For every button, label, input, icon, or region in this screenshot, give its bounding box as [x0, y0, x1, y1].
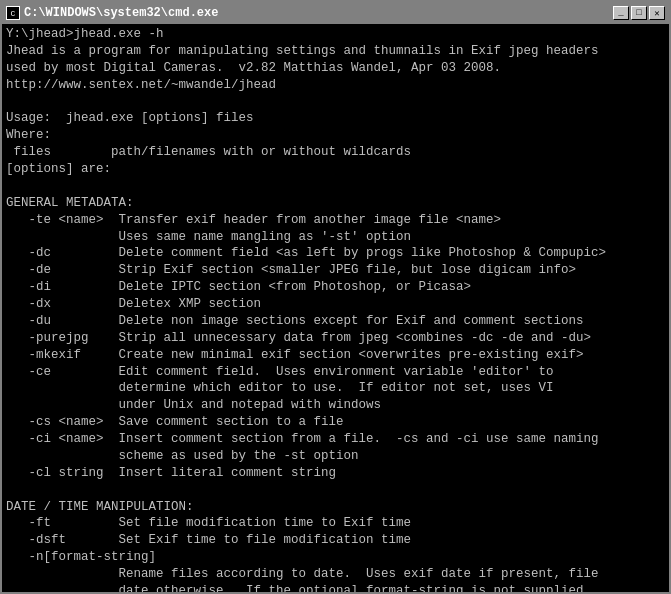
cmd-icon: C: [6, 6, 20, 20]
cmd-window: C C:\WINDOWS\system32\cmd.exe _ □ ✕ Y:\j…: [0, 0, 671, 594]
minimize-button[interactable]: _: [613, 6, 629, 20]
title-bar: C C:\WINDOWS\system32\cmd.exe _ □ ✕: [2, 2, 669, 24]
maximize-button[interactable]: □: [631, 6, 647, 20]
terminal-content: Y:\jhead>jhead.exe -h Jhead is a program…: [2, 24, 669, 592]
window-title: C:\WINDOWS\system32\cmd.exe: [24, 6, 218, 20]
title-bar-left: C C:\WINDOWS\system32\cmd.exe: [6, 6, 218, 20]
window-controls: _ □ ✕: [613, 6, 665, 20]
close-button[interactable]: ✕: [649, 6, 665, 20]
